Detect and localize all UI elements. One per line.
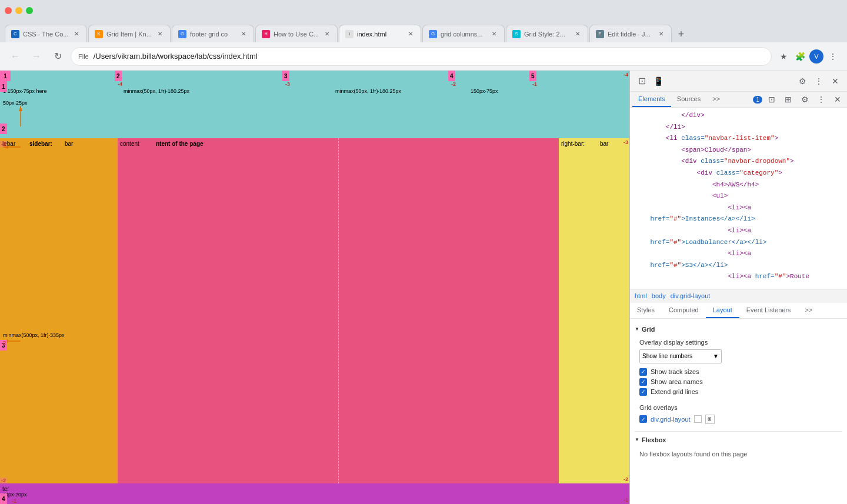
minimize-button[interactable] bbox=[15, 7, 22, 14]
grid-overlay-icon[interactable]: ⊞ bbox=[705, 415, 715, 424]
content-divider bbox=[338, 138, 339, 483]
html-line: </li> bbox=[635, 122, 842, 133]
tab-elements[interactable]: Elements bbox=[632, 92, 671, 107]
html-line: href="#">Instances</a></li> bbox=[635, 213, 842, 225]
overlay-settings-label: Overlay display settings bbox=[639, 339, 838, 346]
no-flexbox-message: No flexbox layouts found on this page bbox=[639, 448, 838, 460]
grid-neg-1: -1 bbox=[532, 81, 537, 87]
grid-neg-2: -2 bbox=[451, 81, 456, 87]
breadcrumb-divgrid[interactable]: div.grid-layout bbox=[671, 292, 711, 299]
html-line: <li><a bbox=[635, 248, 842, 260]
rightbar-bar-label: bar bbox=[600, 141, 608, 147]
grid-overlay-checkbox[interactable] bbox=[639, 415, 647, 423]
forward-button[interactable]: → bbox=[28, 48, 45, 65]
tab-css[interactable]: C CSS - The Co... ✕ bbox=[5, 25, 87, 42]
flexbox-section-header[interactable]: ▼ Flexbox bbox=[635, 434, 842, 446]
show-track-sizes-checkbox[interactable] bbox=[639, 368, 647, 376]
html-line: <ul> bbox=[635, 191, 842, 202]
tab-styles[interactable]: Styles bbox=[630, 303, 662, 318]
tab-index[interactable]: i index.html ✕ bbox=[339, 25, 421, 42]
tab-more-sub[interactable]: >> bbox=[798, 303, 820, 318]
tab-title-kn: Grid Item | Kn... bbox=[106, 31, 152, 38]
tab-fiddle[interactable]: E Edit fiddle - J... ✕ bbox=[589, 25, 672, 42]
tab-title-footer: footer grid co bbox=[190, 31, 236, 38]
grid-section-header[interactable]: ▼ Grid bbox=[635, 323, 842, 335]
grid-neg-3: -3 bbox=[285, 81, 290, 87]
close-button[interactable] bbox=[5, 7, 12, 14]
tab-close-footer[interactable]: ✕ bbox=[239, 30, 248, 38]
breadcrumb-body[interactable]: body bbox=[652, 292, 666, 299]
device-toggle-button[interactable]: 📱 bbox=[651, 74, 665, 88]
close-devtools-button[interactable]: ✕ bbox=[828, 74, 842, 88]
tabs-bar: C CSS - The Co... ✕ K Grid Item | Kn... … bbox=[0, 21, 847, 42]
content-label: content bbox=[120, 141, 139, 147]
bookmark-button[interactable]: ★ bbox=[776, 49, 791, 64]
extensions-button[interactable]: 🧩 bbox=[793, 49, 807, 64]
back-button[interactable]: ← bbox=[7, 48, 24, 65]
tab-computed[interactable]: Computed bbox=[662, 303, 706, 318]
html-source-panel: </div> </li> <li class="navbar-list-item… bbox=[630, 108, 847, 289]
tab-gridstyle[interactable]: S Grid Style: 2... ✕ bbox=[506, 25, 588, 42]
inspect-element-button[interactable]: ⊡ bbox=[635, 74, 649, 88]
track-col4: 150px·75px bbox=[471, 88, 498, 94]
more-tools-button[interactable]: ⋮ bbox=[812, 74, 826, 88]
webpage: 1 2 3 4 5 -4 -3 -2 -1 1 1·150px·75px bbox=[0, 71, 629, 504]
tab-close-index[interactable]: ✕ bbox=[406, 30, 415, 38]
show-track-sizes-label: Show track sizes bbox=[651, 368, 699, 375]
sidebar-area-label: sidebar: bbox=[29, 141, 52, 147]
tab-close-gridstyle[interactable]: ✕ bbox=[573, 30, 582, 38]
tab-footer[interactable]: G footer grid co ✕ bbox=[172, 25, 254, 42]
grid-color-swatch[interactable] bbox=[694, 415, 702, 423]
tab-close-how[interactable]: ✕ bbox=[323, 30, 331, 38]
html-line: </div> bbox=[635, 110, 842, 122]
tab-event-listeners[interactable]: Event Listeners bbox=[739, 303, 798, 318]
dock-undock-button[interactable]: ⊞ bbox=[781, 92, 795, 106]
grid-triangle: ▼ bbox=[635, 326, 639, 332]
tab-close-gridcol[interactable]: ✕ bbox=[490, 30, 498, 38]
html-line: <span>Cloud</span> bbox=[635, 145, 842, 156]
devtools-more-button[interactable]: ⋮ bbox=[814, 92, 828, 106]
tab-favicon-gridcol: G bbox=[429, 30, 437, 38]
profile-button[interactable]: V bbox=[809, 49, 823, 64]
breadcrumb-html[interactable]: html bbox=[635, 292, 647, 299]
dock-side-button[interactable]: ⊡ bbox=[765, 92, 779, 106]
html-line: href="#">S3</a></li> bbox=[635, 260, 842, 272]
tab-gridcol[interactable]: G grid columns... ✕ bbox=[422, 25, 505, 42]
reload-button[interactable]: ↻ bbox=[49, 48, 66, 65]
url-scheme: File bbox=[78, 53, 89, 60]
devtools-settings-button[interactable]: ⚙ bbox=[798, 92, 812, 106]
extend-grid-lines-checkbox[interactable] bbox=[639, 388, 647, 396]
maximize-button[interactable] bbox=[26, 7, 33, 14]
tab-close-css[interactable]: ✕ bbox=[72, 30, 81, 38]
tab-more[interactable]: >> bbox=[706, 92, 726, 107]
grid-overlay-link[interactable]: div.grid-layout bbox=[651, 416, 691, 423]
tab-favicon-kn: K bbox=[95, 30, 103, 38]
track-col3: minmax(50px, 1fr)·180.25px bbox=[335, 88, 401, 94]
omnibox[interactable]: File /Users/vikram.billa/workspace/lab/c… bbox=[71, 47, 772, 66]
layout-panel: ▼ Grid Overlay display settings Show lin… bbox=[630, 319, 847, 505]
grid-overlay-item: div.grid-layout ⊞ bbox=[639, 415, 838, 424]
grid-neg-4: -4 bbox=[118, 81, 122, 87]
tab-sources[interactable]: Sources bbox=[671, 92, 706, 107]
tab-close-fiddle[interactable]: ✕ bbox=[657, 30, 665, 38]
html-line: <li><a bbox=[635, 202, 842, 214]
menu-button[interactable]: ⋮ bbox=[826, 49, 840, 64]
grid-overlays-section: Grid overlays div.grid-layout ⊞ bbox=[635, 402, 842, 429]
settings-icon[interactable]: ⚙ bbox=[795, 74, 809, 88]
show-area-names-checkbox[interactable] bbox=[639, 378, 647, 386]
flexbox-title: Flexbox bbox=[642, 436, 666, 443]
tab-kn[interactable]: K Grid Item | Kn... ✕ bbox=[88, 25, 171, 42]
tab-close-kn[interactable]: ✕ bbox=[156, 30, 164, 38]
show-line-numbers-dropdown[interactable]: Show line numbers ▼ bbox=[639, 349, 722, 363]
row-bot-neg1: -1 bbox=[12, 498, 16, 504]
tab-favicon-footer: G bbox=[178, 30, 186, 38]
tab-layout[interactable]: Layout bbox=[706, 303, 739, 318]
html-line: <li class="navbar-list-item"> bbox=[635, 133, 842, 145]
devtools-panel: ⊡ 📱 ⚙ ⋮ ✕ Elements Sources >> 1 ⊡ ⊞ ⚙ bbox=[629, 71, 847, 504]
devtools-right-actions: 1 ⊡ ⊞ ⚙ ⋮ ✕ bbox=[753, 92, 845, 106]
new-tab-button[interactable]: + bbox=[673, 26, 689, 42]
tab-how[interactable]: ✳ How to Use C... ✕ bbox=[255, 25, 338, 42]
html-line: href="#">Loadbalancer</a></li> bbox=[635, 237, 842, 249]
devtools-close-button[interactable]: ✕ bbox=[831, 92, 845, 106]
content-area-label: ntent of the page bbox=[156, 141, 204, 147]
